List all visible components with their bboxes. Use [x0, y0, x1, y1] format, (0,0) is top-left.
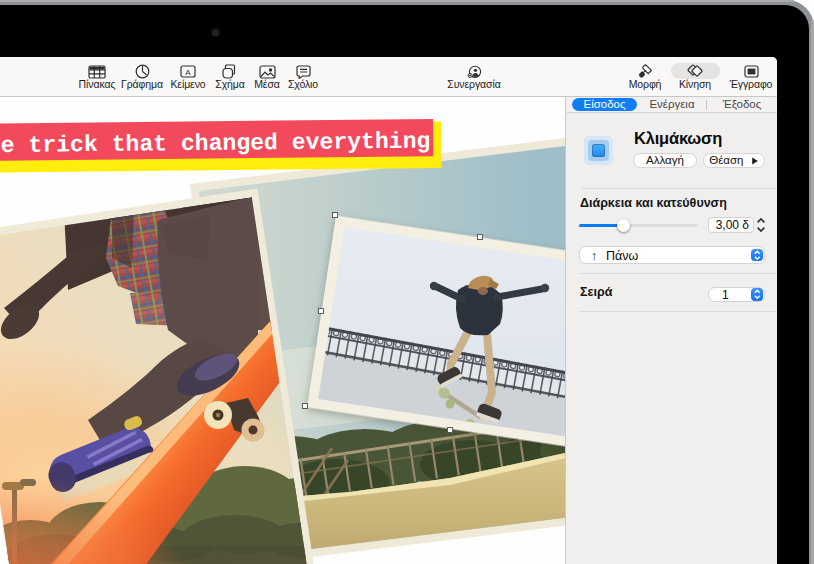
svg-text:A: A — [185, 68, 191, 77]
svg-text:e trick that changed everythin: e trick that changed everything — [1, 128, 431, 158]
